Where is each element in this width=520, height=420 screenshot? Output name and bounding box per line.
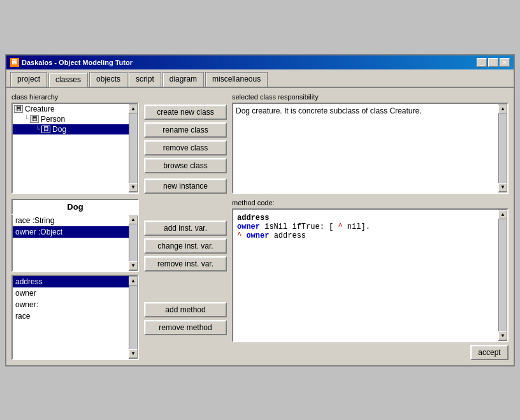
responsibility-text: Dog creature. It is concrete subclass of…	[236, 106, 505, 115]
methods-scrollbar[interactable]: ▲ ▼	[129, 276, 138, 359]
responsibility-panel: selected class responsibility Dog creatu…	[232, 93, 509, 194]
bottom-section: Dog race :String owner :Object ▲ ▼	[11, 199, 509, 360]
accept-row: accept	[232, 345, 509, 360]
class-icon-creature: 目	[14, 105, 23, 113]
resp-scroll-track	[499, 113, 507, 183]
code-scroll-up[interactable]: ▲	[498, 210, 507, 219]
responsibility-textarea[interactable]: Dog creature. It is concrete subclass of…	[232, 103, 509, 194]
minimize-button[interactable]: _	[477, 58, 487, 67]
methods-list-content: address owner owner: race	[13, 276, 138, 359]
title-bar: 🖥 Daskalos - Object Modeling Tutor _ □ ✕	[6, 55, 514, 69]
hierarchy-listbox[interactable]: 目 Creature └ 目 Person └ 目 Do	[11, 103, 139, 194]
tab-classes[interactable]: classes	[48, 73, 88, 87]
title-bar-buttons: _ □ ✕	[477, 58, 510, 67]
add-method-button[interactable]: add method	[144, 302, 227, 317]
main-content: class hierarchy 目 Creature └ 目 Person	[6, 88, 514, 365]
tabs-row: project classes objects script diagram m…	[6, 69, 514, 88]
hierarchy-list-content: 目 Creature └ 目 Person └ 目 Do	[13, 104, 138, 192]
code-scrollbar[interactable]: ▲ ▼	[498, 210, 507, 341]
remove-inst-var-button[interactable]: remove inst. var.	[144, 256, 227, 272]
tree-item-creature[interactable]: 目 Creature	[13, 104, 138, 114]
methods-scroll-up[interactable]: ▲	[129, 277, 138, 286]
title-bar-title: 🖥 Daskalos - Object Modeling Tutor	[10, 58, 133, 67]
responsibility-scrollbar[interactable]: ▲ ▼	[498, 104, 507, 192]
vars-scrollbar[interactable]: ▲ ▼	[129, 215, 138, 271]
hierarchy-label: class hierarchy	[11, 93, 139, 101]
class-buttons-col: create new class rename class remove cla…	[144, 93, 227, 194]
change-inst-var-button[interactable]: change inst. var.	[144, 238, 227, 254]
vars-scroll-up[interactable]: ▲	[129, 215, 138, 224]
vars-scroll-down[interactable]: ▼	[129, 261, 138, 270]
dog-vars-list[interactable]: race :String owner :Object ▲ ▼	[11, 215, 139, 272]
code-scroll-track	[499, 219, 507, 331]
var-item-race[interactable]: race :String	[13, 215, 138, 226]
method-line1: owner isNil ifTrue: [ ^ nil].	[237, 222, 495, 231]
scroll-down-arrow[interactable]: ▼	[129, 183, 138, 192]
code-address: address	[274, 231, 306, 240]
tree-connector-dog: └	[36, 126, 40, 133]
tab-diagram[interactable]: diagram	[162, 72, 204, 87]
code-scroll-down[interactable]: ▼	[498, 331, 507, 340]
method-item-address[interactable]: address	[13, 276, 138, 287]
add-inst-var-button[interactable]: add inst. var.	[144, 221, 227, 236]
vars-list-content: race :String owner :Object	[13, 215, 138, 272]
method-code-area[interactable]: address owner isNil ifTrue: [ ^ nil]. ^ …	[232, 208, 509, 342]
dog-methods-list[interactable]: address owner owner: race ▲ ▼	[11, 275, 139, 360]
hierarchy-scrollbar[interactable]: ▲ ▼	[129, 104, 138, 192]
remove-class-button[interactable]: remove class	[144, 140, 227, 156]
method-item-race[interactable]: race	[13, 310, 138, 322]
tab-objects[interactable]: objects	[89, 72, 127, 87]
tab-project[interactable]: project	[10, 72, 47, 87]
responsibility-label: selected class responsibility	[232, 93, 509, 101]
class-icon-person: 目	[30, 115, 39, 123]
method-item-owner[interactable]: owner	[13, 287, 138, 299]
method-code-panel: method code: address owner isNil ifTrue:…	[232, 199, 509, 360]
method-line2: ^ owner address	[237, 231, 495, 240]
method-item-owner-colon[interactable]: owner:	[13, 299, 138, 310]
code-isnil: isNil ifTrue: [	[264, 222, 333, 231]
maximize-button[interactable]: □	[488, 58, 498, 67]
remove-method-button[interactable]: remove method	[144, 320, 227, 335]
tree-connector-person: └	[24, 115, 29, 122]
inst-method-buttons-col: add inst. var. change inst. var. remove …	[144, 199, 227, 360]
app-icon: 🖥	[10, 58, 19, 67]
method-code-content: address owner isNil ifTrue: [ ^ nil]. ^ …	[237, 214, 503, 240]
close-button[interactable]: ✕	[500, 58, 510, 67]
methods-scroll-down[interactable]: ▼	[129, 349, 138, 358]
browse-class-button[interactable]: browse class	[144, 158, 227, 173]
tree-item-person[interactable]: └ 目 Person	[13, 114, 138, 124]
code-caret-2: ^	[237, 231, 242, 240]
scroll-up-arrow[interactable]: ▲	[129, 105, 138, 113]
main-window: 🖥 Daskalos - Object Modeling Tutor _ □ ✕…	[5, 54, 515, 366]
code-nil: nil].	[347, 222, 370, 231]
code-caret-1: ^	[338, 222, 342, 231]
method-name: address	[237, 214, 269, 222]
code-owner-2: owner	[246, 231, 269, 240]
new-instance-button[interactable]: new instance	[144, 178, 227, 194]
resp-scroll-up[interactable]: ▲	[498, 105, 507, 113]
vars-scroll-track	[129, 224, 137, 261]
code-owner-1: owner	[237, 222, 260, 231]
top-section: class hierarchy 目 Creature └ 目 Person	[11, 93, 509, 194]
resp-scroll-down[interactable]: ▼	[498, 183, 507, 192]
methods-scroll-track	[129, 286, 137, 349]
tab-script[interactable]: script	[129, 72, 161, 87]
dog-class-panel: Dog race :String owner :Object ▲ ▼	[11, 199, 139, 360]
scroll-track	[129, 113, 137, 183]
class-icon-dog: 目	[41, 126, 50, 133]
accept-button[interactable]: accept	[470, 345, 509, 360]
tree-item-dog[interactable]: └ 目 Dog	[13, 124, 138, 134]
tab-miscellaneous[interactable]: miscellaneous	[205, 72, 268, 87]
create-new-class-button[interactable]: create new class	[144, 105, 227, 120]
dog-class-title: Dog	[11, 199, 139, 215]
class-hierarchy-panel: class hierarchy 目 Creature └ 目 Person	[11, 93, 139, 194]
var-item-owner[interactable]: owner :Object	[13, 226, 138, 238]
method-name-line: address	[237, 214, 495, 222]
method-code-label: method code:	[232, 199, 509, 206]
rename-class-button[interactable]: rename class	[144, 122, 227, 138]
